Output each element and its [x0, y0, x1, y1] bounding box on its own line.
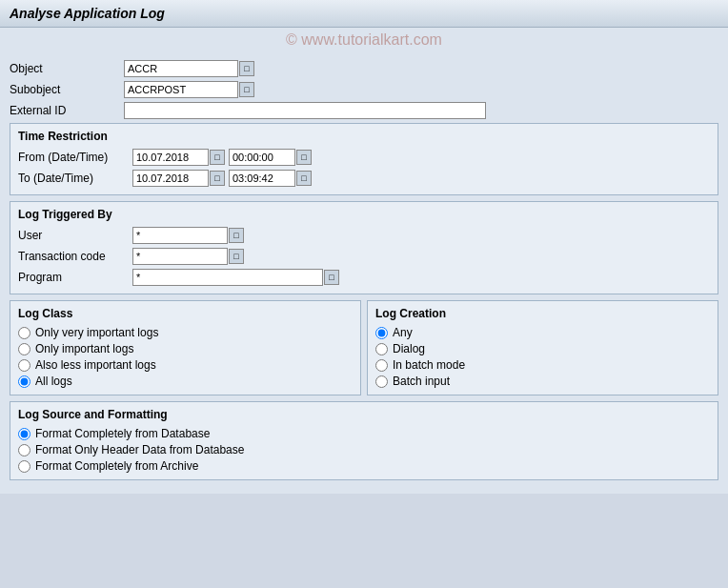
from-date-picker-btn[interactable]: □	[210, 150, 225, 165]
subobject-row: Subobject □	[10, 81, 718, 98]
tcode-picker-btn[interactable]: □	[229, 249, 244, 264]
log-creation-option-4: Batch input	[375, 375, 710, 388]
log-creation-radio-2[interactable]	[375, 343, 388, 355]
from-date-input[interactable]	[132, 149, 209, 166]
time-restriction-section: Time Restriction From (Date/Time) □ □ To…	[10, 123, 718, 195]
log-creation-label-1: Any	[393, 326, 413, 339]
log-source-radio-3[interactable]	[18, 460, 30, 473]
program-field-group: □	[132, 269, 339, 286]
log-class-radio-4[interactable]	[18, 375, 30, 388]
to-label: To (Date/Time)	[18, 172, 132, 185]
log-creation-label-4: Batch input	[393, 375, 450, 388]
log-source-option-1: Format Completely from Database	[18, 427, 710, 440]
to-time-input[interactable]	[229, 170, 295, 187]
object-field-group: □	[124, 60, 254, 77]
to-date-picker-btn[interactable]: □	[210, 171, 225, 186]
log-creation-radio-4[interactable]	[375, 375, 388, 388]
log-source-option-2: Format Only Header Data from Database	[18, 443, 710, 456]
log-creation-radio-1[interactable]	[375, 327, 388, 339]
log-source-label-3: Format Completely from Archive	[35, 459, 198, 473]
time-restriction-title: Time Restriction	[18, 128, 710, 145]
log-class-label-2: Only important logs	[35, 342, 133, 355]
from-time-input[interactable]	[229, 149, 295, 166]
title-bar: Analyse Application Log	[0, 0, 728, 28]
user-field-group: □	[132, 227, 244, 244]
log-class-label-1: Only very important logs	[35, 326, 158, 339]
tcode-row: Transaction code □	[18, 248, 710, 265]
from-label: From (Date/Time)	[18, 151, 132, 164]
watermark: © www.tutorialkart.com	[0, 28, 728, 52]
log-triggered-by-section: Log Triggered By User □ Transaction code…	[10, 201, 718, 294]
log-class-option-1: Only very important logs	[18, 326, 353, 339]
log-class-section: Log Class Only very important logs Only …	[10, 300, 361, 395]
log-creation-label-3: In batch mode	[393, 358, 465, 372]
program-row: Program □	[18, 269, 710, 286]
log-creation-option-1: Any	[375, 326, 710, 339]
user-picker-btn[interactable]: □	[229, 228, 244, 243]
program-label: Program	[18, 271, 132, 284]
tcode-field-group: □	[132, 248, 244, 265]
subobject-label: Subobject	[10, 83, 124, 96]
log-creation-option-3: In batch mode	[375, 358, 710, 372]
from-date-group: □	[132, 149, 225, 166]
log-class-option-2: Only important logs	[18, 342, 353, 355]
tcode-label: Transaction code	[18, 250, 132, 263]
tcode-input[interactable]	[132, 248, 228, 265]
object-picker-btn[interactable]: □	[239, 61, 254, 76]
to-date-input[interactable]	[132, 170, 209, 187]
log-creation-section: Log Creation Any Dialog In batch mode Ba…	[367, 300, 718, 395]
log-class-creation-row: Log Class Only very important logs Only …	[10, 300, 718, 395]
log-class-option-4: All logs	[18, 375, 353, 388]
log-source-label-1: Format Completely from Database	[35, 427, 210, 440]
object-input[interactable]	[124, 60, 238, 77]
log-class-label-4: All logs	[35, 375, 72, 388]
user-row: User □	[18, 227, 710, 244]
log-source-radio-1[interactable]	[18, 428, 30, 440]
page-title: Analyse Application Log	[10, 6, 718, 21]
from-row: From (Date/Time) □ □	[18, 149, 710, 166]
from-time-picker-btn[interactable]: □	[296, 150, 312, 165]
program-picker-btn[interactable]: □	[324, 270, 339, 285]
external-id-label: External ID	[10, 104, 124, 117]
main-content: Object □ Subobject □ External ID Time Re…	[0, 52, 728, 494]
to-time-group: □	[229, 170, 312, 187]
log-class-option-3: Also less important logs	[18, 358, 353, 372]
user-label: User	[18, 229, 132, 242]
from-time-group: □	[229, 149, 312, 166]
program-input[interactable]	[132, 269, 323, 286]
subobject-field-group: □	[124, 81, 254, 98]
log-source-label-2: Format Only Header Data from Database	[35, 443, 244, 456]
subobject-input[interactable]	[124, 81, 238, 98]
object-label: Object	[10, 62, 124, 75]
log-source-section: Log Source and Formatting Format Complet…	[10, 401, 718, 480]
log-class-radio-2[interactable]	[18, 343, 30, 355]
log-source-title: Log Source and Formatting	[18, 406, 710, 423]
log-source-option-3: Format Completely from Archive	[18, 459, 710, 473]
log-creation-title: Log Creation	[375, 305, 710, 322]
to-row: To (Date/Time) □ □	[18, 170, 710, 187]
external-id-input[interactable]	[124, 102, 486, 119]
subobject-picker-btn[interactable]: □	[239, 82, 254, 97]
log-source-radio-2[interactable]	[18, 444, 30, 456]
user-input[interactable]	[132, 227, 228, 244]
log-creation-radio-3[interactable]	[375, 359, 388, 372]
log-creation-label-2: Dialog	[393, 342, 425, 355]
log-class-label-3: Also less important logs	[35, 358, 156, 372]
external-id-row: External ID	[10, 102, 718, 119]
log-class-title: Log Class	[18, 305, 353, 322]
log-triggered-by-title: Log Triggered By	[18, 206, 710, 223]
log-class-radio-3[interactable]	[18, 359, 30, 372]
to-date-group: □	[132, 170, 225, 187]
object-row: Object □	[10, 60, 718, 77]
log-creation-option-2: Dialog	[375, 342, 710, 355]
log-class-radio-1[interactable]	[18, 327, 30, 339]
to-time-picker-btn[interactable]: □	[296, 171, 312, 186]
